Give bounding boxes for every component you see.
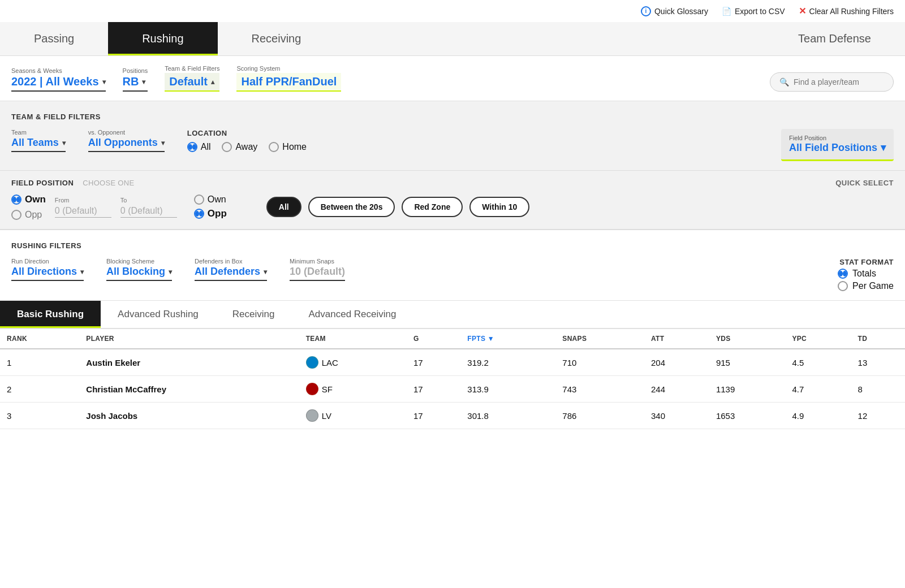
search-icon: 🔍 (779, 77, 789, 87)
stat-format-pergame[interactable]: Per Game (838, 281, 894, 291)
chevron-down-icon: ▾ (80, 268, 84, 276)
run-direction-dropdown[interactable]: All Directions ▾ (11, 266, 84, 281)
location-all-radio[interactable]: All (187, 142, 211, 152)
col-fpts[interactable]: FPTS ▼ (460, 329, 555, 349)
cell-td: 13 (851, 349, 905, 376)
location-filter: LOCATION All Away Home (187, 129, 307, 152)
chevron-down-icon: ▾ (142, 78, 145, 86)
min-snaps-input[interactable]: 10 (Default) (290, 266, 345, 281)
tab-basic-rushing[interactable]: Basic Rushing (0, 301, 101, 328)
cell-rank: 2 (0, 376, 79, 403)
tab-rushing[interactable]: Rushing (108, 22, 217, 55)
team-dropdown-group[interactable]: Team All Teams ▾ (11, 129, 66, 152)
quick-glossary-button[interactable]: i Quick Glossary (641, 6, 708, 16)
field-position-dropdown[interactable]: Field Position All Field Positions ▾ (781, 129, 894, 161)
cell-td: 8 (851, 376, 905, 403)
sub-tab-bar: Basic Rushing Advanced Rushing Receiving… (0, 301, 905, 329)
radio-own-right-icon (194, 194, 204, 205)
stats-table: RANK PLAYER TEAM G FPTS ▼ SNAPS ATT YDS … (0, 329, 905, 429)
table-header-row: RANK PLAYER TEAM G FPTS ▼ SNAPS ATT YDS … (0, 329, 905, 349)
col-ypc: YPC (785, 329, 851, 349)
team-logo-icon (306, 383, 318, 395)
col-rank: RANK (0, 329, 79, 349)
location-away-radio[interactable]: Away (222, 142, 257, 152)
chevron-down-icon: ▾ (881, 141, 886, 154)
cell-rank: 3 (0, 403, 79, 429)
radio-all-icon (187, 142, 197, 152)
chevron-down-icon: ▾ (62, 139, 66, 147)
location-home-radio[interactable]: Home (269, 142, 307, 152)
defenders-filter[interactable]: Defenders in Box All Defenders ▾ (195, 258, 267, 281)
run-direction-filter[interactable]: Run Direction All Directions ▾ (11, 258, 84, 281)
team-field-filters-section: TEAM & FIELD FILTERS Team All Teams ▾ vs… (0, 101, 905, 171)
cell-g: 17 (407, 376, 460, 403)
search-input[interactable] (794, 77, 884, 87)
quick-select-all-button[interactable]: All (266, 197, 301, 217)
field-position-section: FIELD POSITION CHOOSE ONE QUICK SELECT O… (0, 171, 905, 230)
col-yds: YDS (709, 329, 785, 349)
stat-format-group: STAT FORMAT Totals Per Game (838, 258, 894, 291)
cell-ypc: 4.9 (785, 403, 851, 429)
cell-fpts: 301.8 (460, 403, 555, 429)
export-icon: 📄 (722, 7, 731, 16)
cell-att: 340 (644, 403, 709, 429)
stat-format-totals[interactable]: Totals (838, 269, 894, 279)
col-player: PLAYER (79, 329, 299, 349)
team-field-dropdown[interactable]: Default ▴ (165, 73, 219, 92)
cell-fpts: 313.9 (460, 376, 555, 403)
positions-dropdown[interactable]: RB ▾ (123, 75, 148, 92)
seasons-dropdown[interactable]: 2022 | All Weeks ▾ (11, 75, 106, 92)
close-icon: ✕ (799, 6, 806, 16)
radio-opp-icon (11, 210, 21, 220)
player-search-box[interactable]: 🔍 (770, 72, 894, 92)
col-team: TEAM (299, 329, 407, 349)
team-dropdown[interactable]: All Teams ▾ (11, 137, 66, 152)
table-row: 3 Josh Jacobs LV 17 301.8 786 340 1653 4… (0, 403, 905, 429)
defenders-dropdown[interactable]: All Defenders ▾ (195, 266, 267, 281)
blocking-dropdown[interactable]: All Blocking ▾ (106, 266, 172, 281)
scoring-dropdown[interactable]: Half PPR/FanDuel (236, 73, 341, 92)
tab-receiving[interactable]: Receiving (216, 301, 292, 328)
export-csv-button[interactable]: 📄 Export to CSV (722, 7, 785, 16)
cell-yds: 1139 (709, 376, 785, 403)
fp-right-opp-radio[interactable]: Opp (194, 208, 227, 219)
radio-totals-icon (838, 269, 848, 279)
tab-advanced-rushing[interactable]: Advanced Rushing (101, 301, 216, 328)
rushing-filters-title: RUSHING FILTERS (11, 241, 894, 250)
cell-team: SF (299, 376, 407, 403)
radio-away-icon (222, 142, 232, 152)
fp-own-radio[interactable]: Own (11, 194, 46, 205)
quick-select-between20s-button[interactable]: Between the 20s (308, 197, 395, 217)
scoring-filter[interactable]: Scoring System Half PPR/FanDuel (236, 65, 341, 92)
tab-advanced-receiving[interactable]: Advanced Receiving (291, 301, 413, 328)
cell-ypc: 4.5 (785, 349, 851, 376)
seasons-filter[interactable]: Seasons & Weeks 2022 | All Weeks ▾ (11, 67, 106, 92)
quick-select-within10-button[interactable]: Within 10 (469, 197, 529, 217)
col-g: G (407, 329, 460, 349)
positions-filter[interactable]: Positions RB ▾ (123, 67, 148, 92)
fp-right-own-radio[interactable]: Own (194, 194, 227, 205)
min-snaps-filter[interactable]: Minimum Snaps 10 (Default) (290, 258, 345, 281)
rushing-filters-section: RUSHING FILTERS Run Direction All Direct… (0, 230, 905, 301)
fp-opp-radio[interactable]: Opp (11, 210, 46, 220)
tab-team-defense[interactable]: Team Defense (764, 22, 905, 55)
cell-td: 12 (851, 403, 905, 429)
cell-snaps: 710 (555, 349, 644, 376)
blocking-scheme-filter[interactable]: Blocking Scheme All Blocking ▾ (106, 258, 172, 281)
info-icon: i (641, 6, 651, 16)
team-field-filter[interactable]: Team & Field Filters Default ▴ (165, 65, 219, 92)
opponent-dropdown[interactable]: All Opponents ▾ (88, 137, 165, 152)
tab-passing[interactable]: Passing (0, 22, 108, 55)
radio-own-icon (11, 194, 21, 205)
team-field-section-title: TEAM & FIELD FILTERS (11, 113, 894, 121)
cell-player: Josh Jacobs (79, 403, 299, 429)
cell-team: LV (299, 403, 407, 429)
opponent-dropdown-group[interactable]: vs. Opponent All Opponents ▾ (88, 129, 165, 152)
cell-g: 17 (407, 349, 460, 376)
team-logo-icon (306, 356, 318, 369)
clear-filters-button[interactable]: ✕ Clear All Rushing Filters (799, 6, 894, 16)
cell-player: Christian McCaffrey (79, 376, 299, 403)
quick-select-buttons: All Between the 20s Red Zone Within 10 (266, 197, 530, 217)
quick-select-redzone-button[interactable]: Red Zone (402, 197, 463, 217)
tab-receiving[interactable]: Receiving (218, 22, 335, 55)
